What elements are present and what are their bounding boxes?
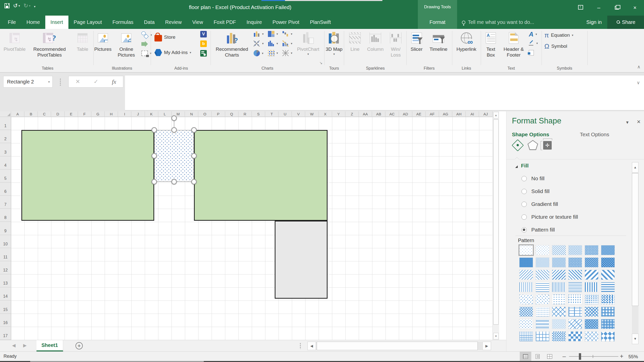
enter-button[interactable]: ✓ <box>94 78 98 85</box>
column-header-L[interactable]: L <box>158 111 172 117</box>
normal-view-button[interactable] <box>520 352 531 361</box>
pattern-swatch-50%[interactable] <box>519 258 533 267</box>
fill-option-no-fill[interactable]: No fill <box>521 174 545 183</box>
pattern-swatch-large-confetti[interactable] <box>601 295 615 304</box>
column-header-Y[interactable]: Y <box>332 111 345 117</box>
pattern-swatch-large-checker-board[interactable] <box>569 332 582 341</box>
pattern-swatch-dashed-upward-diagonal[interactable] <box>536 295 549 304</box>
pattern-swatch-20%[interactable] <box>552 245 566 255</box>
resize-handle-bottom-left[interactable] <box>151 179 157 185</box>
fill-option-picture-or-texture-fill[interactable]: Picture or texture fill <box>521 213 578 221</box>
tab-text-options[interactable]: Text Options <box>580 131 609 138</box>
people-graph-button[interactable] <box>200 50 207 57</box>
tab-data[interactable]: Data <box>139 16 160 29</box>
pattern-swatch-dashed-horizontal[interactable] <box>552 295 566 304</box>
pattern-swatch-10%[interactable] <box>536 245 549 255</box>
shapes-button[interactable]: ▾ <box>141 31 152 38</box>
save-button[interactable] <box>5 3 10 8</box>
column-header-AI[interactable]: AI <box>466 111 479 117</box>
undo-dropdown-icon[interactable]: ▾ <box>18 4 20 7</box>
screenshot-button[interactable]: ▾ <box>141 51 151 56</box>
panel-scroll-thumb[interactable] <box>632 173 638 306</box>
minimize-button[interactable]: – <box>590 5 608 11</box>
tab-file[interactable]: File <box>3 16 21 29</box>
charts-dialog-launcher[interactable]: ↘ <box>319 61 323 65</box>
column-header-R[interactable]: R <box>238 111 252 117</box>
tab-foxit-pdf[interactable]: Foxit PDF <box>208 16 241 29</box>
pattern-swatch-narrow-horizontal[interactable] <box>569 282 582 292</box>
column-header-C[interactable]: C <box>38 111 51 117</box>
column-header-E[interactable]: E <box>65 111 78 117</box>
row-header-3[interactable]: 3 <box>0 143 11 156</box>
pattern-swatch-light-horizontal[interactable] <box>536 282 549 292</box>
zoom-slider-thumb[interactable] <box>579 353 581 360</box>
new-sheet-button[interactable]: + <box>75 342 83 349</box>
scroll-up-button[interactable]: ▲ <box>493 112 499 118</box>
sheet-tab-sheet1[interactable]: Sheet1 <box>36 340 63 351</box>
zoom-slider-track[interactable] <box>569 356 618 357</box>
tab-power-pivot[interactable]: Power Pivot <box>267 16 305 29</box>
pattern-swatch-wide-downward-diagonal[interactable] <box>585 270 598 280</box>
column-header-AG[interactable]: AG <box>439 111 452 117</box>
pattern-swatch-dashed-downward-diagonal[interactable] <box>519 295 533 304</box>
pattern-swatch-divot[interactable] <box>519 319 533 329</box>
pattern-swatch-dark-horizontal[interactable] <box>601 282 615 292</box>
name-box-dropdown-icon[interactable]: ▾ <box>48 80 50 84</box>
select-all-corner[interactable] <box>0 111 11 117</box>
row-header-1[interactable]: 1 <box>0 117 11 130</box>
redo-dropdown-icon[interactable]: ▾ <box>29 4 30 7</box>
signature-line-button[interactable]: ▾ <box>529 40 538 46</box>
row-header-13[interactable]: 13 <box>0 274 11 287</box>
online-pictures-button[interactable]: Online Pictures <box>112 31 140 58</box>
pattern-swatch-small-confetti[interactable] <box>585 295 598 304</box>
tab-view[interactable]: View <box>187 16 208 29</box>
tab-planswift[interactable]: PlanSwift <box>305 16 336 29</box>
share-button[interactable]: Share <box>607 16 644 29</box>
row-header-2[interactable]: 2 <box>0 130 11 143</box>
page-layout-view-button[interactable] <box>532 352 543 361</box>
redo-button[interactable]: ↻▾ <box>23 3 30 9</box>
pattern-swatch-sphere[interactable] <box>601 319 615 329</box>
column-header-U[interactable]: U <box>278 111 292 117</box>
column-header-AB[interactable]: AB <box>372 111 385 117</box>
column-header-J[interactable]: J <box>131 111 145 117</box>
resize-handle-top-center[interactable] <box>171 127 177 133</box>
pattern-swatch-30%[interactable] <box>585 245 598 255</box>
insert-combo-chart-button[interactable]: ▾ <box>282 40 292 47</box>
column-header-N[interactable]: N <box>185 111 198 117</box>
store-button[interactable]: Store <box>154 33 175 41</box>
pattern-swatch-small-checker-board[interactable] <box>552 332 566 341</box>
pattern-swatch-outlined-diamond[interactable] <box>585 332 598 341</box>
scroll-right-button[interactable]: ▶ <box>482 342 491 350</box>
column-header-G[interactable]: G <box>91 111 105 117</box>
fill-collapse-triangle-icon[interactable] <box>515 165 518 168</box>
pattern-swatch-dotted-diamond[interactable] <box>552 319 566 329</box>
insert-scatter-chart-button[interactable]: ▾ <box>268 50 278 56</box>
header-footer-button[interactable]: Header & Footer <box>501 31 527 58</box>
sign-in-button[interactable]: Sign in <box>586 16 602 29</box>
fill-section-header[interactable]: Fill <box>521 163 529 169</box>
column-header-P[interactable]: P <box>212 111 225 117</box>
column-header-W[interactable]: W <box>305 111 318 117</box>
pattern-swatch-light-downward-diagonal[interactable] <box>519 270 533 280</box>
column-header-H[interactable]: H <box>105 111 118 117</box>
column-header-X[interactable]: X <box>319 111 332 117</box>
column-header-F[interactable]: F <box>78 111 91 117</box>
close-button[interactable]: × <box>626 5 644 11</box>
tab-page-layout[interactable]: Page Layout <box>68 16 107 29</box>
resize-handle-middle-right[interactable] <box>191 153 197 159</box>
insert-radar-chart-button[interactable]: ▾ <box>282 50 292 56</box>
column-header-AJ[interactable]: AJ <box>479 111 492 117</box>
zoom-level[interactable]: 55% <box>628 354 638 359</box>
column-header-S[interactable]: S <box>252 111 265 117</box>
timeline-button[interactable]: Timeline <box>427 31 450 52</box>
zoom-out-button[interactable]: – <box>562 353 566 359</box>
tab-scroll-splitter[interactable] <box>300 343 301 349</box>
column-header-T[interactable]: T <box>265 111 278 117</box>
tab-review[interactable]: Review <box>160 16 187 29</box>
insert-pie-chart-button[interactable]: ▾ <box>254 50 263 56</box>
column-header-AD[interactable]: AD <box>399 111 412 117</box>
column-header-AH[interactable]: AH <box>452 111 466 117</box>
sheet-nav-left-icon[interactable]: ◀ <box>12 343 16 348</box>
column-header-AE[interactable]: AE <box>412 111 426 117</box>
